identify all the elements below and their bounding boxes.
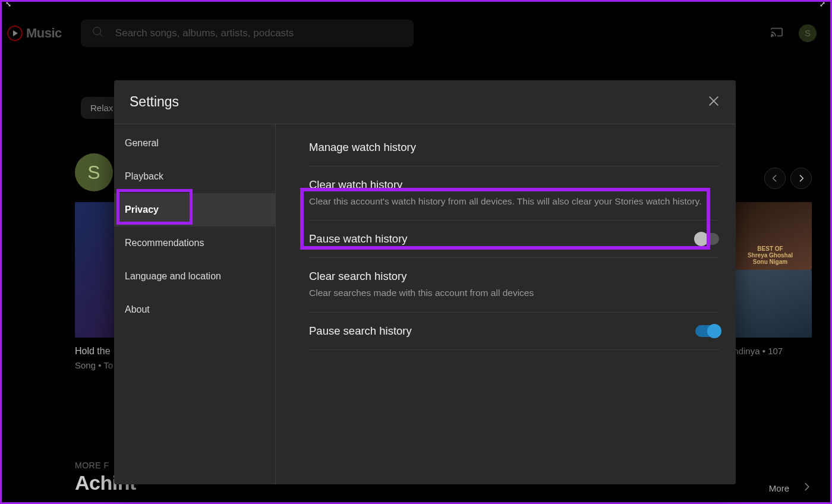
album-art: BEST OF Shreya Ghoshal Sonu Nigam bbox=[729, 202, 812, 270]
song-title: Hold the bbox=[75, 346, 114, 357]
album-art bbox=[75, 202, 114, 338]
chevron-right-icon bbox=[796, 174, 806, 183]
svg-point-0 bbox=[93, 27, 101, 34]
app-root: Music Search songs, albums, artists, pod… bbox=[4, 11, 828, 500]
album-art bbox=[729, 270, 812, 338]
sidebar-item-about[interactable]: About bbox=[114, 293, 275, 326]
search-placeholder: Search songs, albums, artists, podcasts bbox=[115, 27, 294, 39]
song-subtitle: Song • To bbox=[75, 360, 114, 370]
row-manage-watch-history[interactable]: Manage watch history bbox=[309, 137, 719, 166]
sidebar-item-privacy[interactable]: Privacy bbox=[114, 193, 275, 226]
dialog-header: Settings bbox=[114, 80, 736, 124]
toggle-knob-icon bbox=[694, 232, 708, 246]
row-clear-watch-history[interactable]: Clear watch history Clear this account's… bbox=[309, 166, 719, 220]
row-clear-search-history[interactable]: Clear search history Clear searches made… bbox=[309, 258, 719, 312]
close-button[interactable] bbox=[707, 94, 720, 110]
sidebar-item-general[interactable]: General bbox=[114, 127, 275, 160]
svg-line-1 bbox=[100, 33, 103, 36]
annotation-frame: ⤡ ⤢ Music Search songs, albums, artists,… bbox=[0, 0, 832, 504]
dialog-title: Settings bbox=[130, 94, 179, 110]
carousel-next-button[interactable] bbox=[790, 168, 812, 189]
profile-avatar-large[interactable]: S bbox=[75, 153, 113, 191]
search-icon bbox=[92, 26, 105, 41]
playlist-subtitle: undinya • 107 bbox=[729, 346, 812, 356]
settings-sidebar: General Playback Privacy Recommendations… bbox=[114, 124, 276, 484]
settings-content: Manage watch history Clear watch history… bbox=[276, 124, 736, 484]
sidebar-item-language[interactable]: Language and location bbox=[114, 260, 275, 293]
toggle-pause-search-history[interactable] bbox=[695, 325, 719, 337]
carousel-nav bbox=[764, 168, 812, 189]
dialog-body: General Playback Privacy Recommendations… bbox=[114, 124, 736, 484]
song-card[interactable]: Hold the Song • To bbox=[75, 202, 114, 370]
resize-handle-icon: ⤡ bbox=[5, 1, 12, 7]
sidebar-item-playback[interactable]: Playback bbox=[114, 160, 275, 193]
carousel-prev-button[interactable] bbox=[764, 168, 786, 189]
playlist-card[interactable]: BEST OF Shreya Ghoshal Sonu Nigam undiny… bbox=[729, 202, 812, 356]
row-pause-search-history: Pause search history bbox=[309, 313, 719, 350]
close-icon bbox=[707, 94, 720, 108]
search-input[interactable]: Search songs, albums, artists, podcasts bbox=[81, 20, 414, 47]
settings-dialog: Settings General Playback Privacy Recomm… bbox=[114, 80, 736, 484]
chevron-right-icon[interactable] bbox=[801, 481, 812, 494]
row-pause-watch-history: Pause watch history bbox=[309, 220, 719, 258]
toggle-pause-watch-history[interactable] bbox=[695, 233, 719, 245]
chevron-left-icon bbox=[770, 174, 780, 183]
more-button[interactable]: More bbox=[769, 483, 789, 493]
toggle-knob-icon bbox=[707, 324, 721, 338]
sidebar-item-recommendations[interactable]: Recommendations bbox=[114, 226, 275, 260]
resize-handle-icon: ⤢ bbox=[820, 1, 827, 7]
